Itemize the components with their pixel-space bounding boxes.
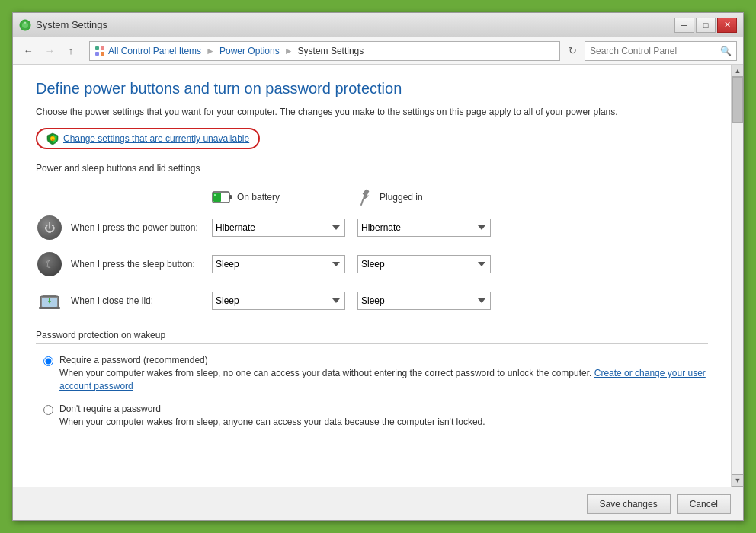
address-sep-2: ► [284, 46, 293, 56]
change-settings-text[interactable]: Change settings that are currently unava… [63, 133, 249, 144]
close-button[interactable]: ✕ [717, 18, 737, 33]
search-box: 🔍 [585, 41, 737, 61]
svg-rect-10 [213, 193, 221, 202]
require-password-content: Require a password (recommended) When yo… [59, 355, 708, 393]
content-area: Define power buttons and turn on passwor… [13, 65, 743, 487]
svg-rect-5 [101, 52, 104, 56]
scroll-thumb[interactable] [732, 77, 743, 123]
page-title: Define power buttons and turn on passwor… [36, 80, 708, 97]
back-button[interactable]: ← [19, 42, 37, 60]
power-button-selects: Do nothing Sleep Hibernate Shut down Tur… [212, 219, 491, 237]
nav-bar: ← → ↑ All Control Panel Items ► Power Op… [13, 37, 743, 65]
address-power-options[interactable]: Power Options [219, 46, 280, 56]
scroll-track [732, 77, 743, 474]
svg-rect-4 [95, 52, 99, 56]
power-sleep-section: Power and sleep buttons and lid settings… [36, 163, 708, 314]
sleep-button-icon [36, 251, 63, 278]
col-plugged-label: Plugged in [380, 192, 423, 203]
sleep-button-plugged-select[interactable]: Do nothing Sleep Hibernate Shut down Tur… [357, 255, 491, 273]
lid-graphic [37, 289, 62, 313]
address-bar: All Control Panel Items ► Power Options … [89, 41, 560, 61]
search-input[interactable] [590, 46, 717, 56]
power-sleep-header: Power and sleep buttons and lid settings [36, 163, 708, 177]
power-button-row: When I press the power button: Do nothin… [36, 214, 708, 241]
password-section: Password protection on wakeup Require a … [36, 330, 708, 428]
power-button-battery-select[interactable]: Do nothing Sleep Hibernate Shut down Tur… [212, 219, 345, 237]
main-content: Define power buttons and turn on passwor… [13, 65, 731, 487]
battery-icon [211, 187, 232, 208]
refresh-button[interactable]: ↻ [563, 42, 581, 60]
sleep-button-selects: Do nothing Sleep Hibernate Shut down Tur… [212, 255, 491, 273]
forward-button[interactable]: → [40, 42, 59, 60]
sleep-button-row: When I press the sleep button: Do nothin… [36, 251, 708, 278]
svg-rect-2 [95, 46, 99, 50]
shield-icon: ★ [46, 132, 59, 145]
svg-point-1 [22, 22, 28, 28]
power-button-icon [36, 214, 63, 241]
search-icon[interactable]: 🔍 [720, 46, 732, 56]
svg-line-12 [361, 200, 363, 205]
address-system-settings: System Settings [298, 46, 364, 56]
plug-icon [357, 188, 375, 206]
require-password-label: Require a password (recommended) [59, 355, 708, 365]
power-button-plugged-select[interactable]: Do nothing Sleep Hibernate Shut down Tur… [357, 219, 491, 237]
lid-selects: Do nothing Sleep Hibernate Shut down Tur… [212, 292, 491, 310]
lid-plugged-select[interactable]: Do nothing Sleep Hibernate Shut down Tur… [357, 292, 491, 310]
title-bar: System Settings ─ □ ✕ [13, 13, 743, 37]
restore-button[interactable]: □ [696, 18, 716, 33]
change-settings-link[interactable]: ★ Change settings that are currently una… [36, 128, 260, 149]
lid-icon [36, 287, 63, 314]
require-password-radio[interactable] [43, 356, 53, 366]
address-all-items[interactable]: All Control Panel Items [108, 46, 201, 56]
col-header-battery: On battery [211, 187, 344, 208]
scrollbar: ▲ ▼ [731, 65, 743, 487]
lid-row: When I close the lid: Do nothing Sleep H… [36, 287, 708, 314]
power-btn-graphic [37, 215, 62, 240]
page-description: Choose the power settings that you want … [36, 105, 708, 119]
lid-battery-select[interactable]: Do nothing Sleep Hibernate Shut down Tur… [212, 292, 345, 310]
footer-bar: Save changes Cancel [13, 487, 743, 520]
control-panel-icon [94, 46, 105, 56]
require-password-desc: When your computer wakes from sleep, no … [59, 367, 708, 393]
up-button[interactable]: ↑ [62, 42, 80, 60]
no-require-password-radio[interactable] [43, 405, 53, 415]
column-headers: On battery Plugged in [36, 187, 708, 208]
cancel-button[interactable]: Cancel [677, 494, 731, 514]
window-icon [19, 19, 31, 31]
svg-rect-3 [101, 46, 104, 50]
no-require-password-content: Don't require a password When your compu… [59, 404, 485, 429]
svg-rect-11 [214, 194, 216, 196]
lid-label: When I close the lid: [71, 295, 212, 306]
sleep-button-label: When I press the sleep button: [71, 259, 212, 270]
sleep-btn-graphic [37, 252, 62, 276]
power-button-label: When I press the power button: [71, 222, 212, 233]
title-controls: ─ □ ✕ [674, 18, 737, 33]
save-changes-button[interactable]: Save changes [587, 494, 671, 514]
require-password-option: Require a password (recommended) When yo… [36, 355, 708, 393]
password-section-header: Password protection on wakeup [36, 330, 708, 344]
minimize-button[interactable]: ─ [674, 18, 694, 33]
svg-rect-15 [39, 307, 60, 309]
window-title: System Settings [36, 19, 107, 30]
no-require-password-label: Don't require a password [59, 404, 485, 414]
address-sep-1: ► [206, 46, 215, 56]
col-battery-label: On battery [237, 192, 280, 203]
col-header-plugged: Plugged in [357, 187, 490, 208]
no-require-password-option: Don't require a password When your compu… [36, 404, 708, 429]
scroll-down-button[interactable]: ▼ [732, 474, 743, 487]
title-bar-left: System Settings [19, 19, 107, 31]
no-require-password-desc: When your computer wakes from sleep, any… [59, 416, 485, 429]
main-window: System Settings ─ □ ✕ ← → ↑ All Control … [12, 12, 744, 521]
svg-rect-9 [229, 195, 232, 199]
scroll-up-button[interactable]: ▲ [732, 65, 743, 77]
sleep-button-battery-select[interactable]: Do nothing Sleep Hibernate Shut down Tur… [212, 255, 345, 273]
